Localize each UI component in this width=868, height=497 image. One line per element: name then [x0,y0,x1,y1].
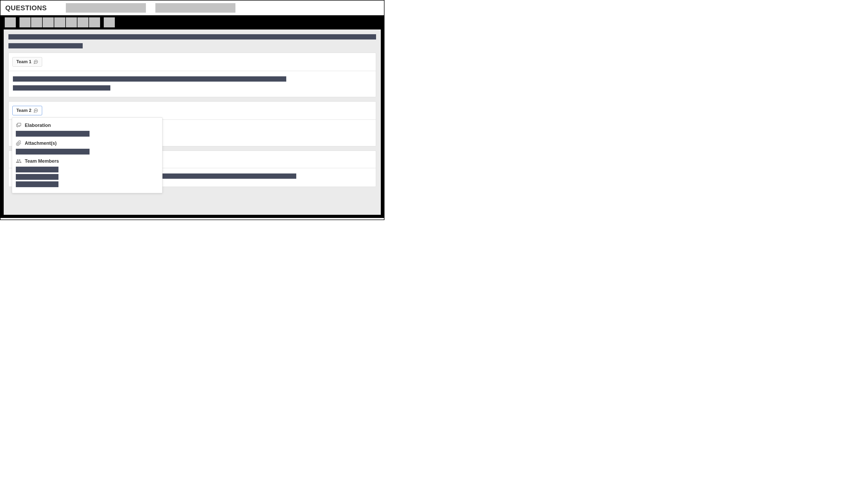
header: QUESTIONS [1,1,384,15]
question-line [9,34,376,40]
toolbar-group-1 [5,17,16,27]
toolbar-button[interactable] [54,17,65,27]
comments-icon [16,123,22,128]
popover-members: Team Members [16,158,158,187]
attachments-label: Attachment(s) [25,141,57,146]
team-panel-1: Team 1 [9,53,376,97]
team-chip-2[interactable]: Team 2 [12,106,42,115]
team-body [9,71,376,97]
chat-icon [33,59,38,64]
toolbar-button[interactable] [104,17,115,27]
attachment-line [16,149,89,155]
svg-point-5 [36,110,37,111]
popover-elaboration: Elaboration [16,123,158,137]
members-content [16,167,158,187]
popover-attachments: Attachment(s) [16,140,158,155]
paperclip-icon [16,140,22,146]
elaboration-label: Elaboration [25,123,51,128]
elaboration-content [16,131,158,137]
answer-line [163,173,296,179]
team-popover: Elaboration Attachment(s) [12,117,163,193]
header-tab-2[interactable] [155,3,235,13]
header-tab-1[interactable] [66,3,146,13]
question-text [9,34,376,48]
toolbar-button[interactable] [78,17,88,27]
toolbar-button[interactable] [43,17,54,27]
toolbar-button[interactable] [89,17,100,27]
member-line [16,167,58,172]
header-tabs [66,3,235,13]
toolbar-button[interactable] [19,17,30,27]
toolbar-group-2 [19,17,100,27]
members-label: Team Members [25,158,59,164]
toolbar-button[interactable] [5,17,16,27]
svg-point-2 [36,61,37,62]
question-line [9,43,83,48]
team-panel-2: Team 2 [9,101,376,146]
users-icon [16,158,22,164]
svg-point-1 [36,61,36,62]
content: Team 1 [4,29,381,215]
svg-point-4 [36,110,36,111]
team-label: Team 1 [16,59,31,65]
content-wrapper: Team 1 [1,29,384,218]
toolbar-button[interactable] [31,17,42,27]
toolbar [1,15,384,29]
team-chip-1[interactable]: Team 1 [12,57,42,67]
chat-icon [33,108,38,113]
toolbar-button[interactable] [66,17,77,27]
toolbar-group-3 [104,17,115,27]
answer-line [13,76,286,82]
attachments-content [16,149,158,155]
answer-line [13,85,110,90]
page-title: QUESTIONS [5,4,47,12]
team-header: Team 1 [9,53,376,71]
member-line [16,181,58,187]
team-label: Team 2 [16,108,31,113]
team-header: Team 2 [9,102,376,120]
member-line [16,174,58,180]
elaboration-line [16,131,89,137]
